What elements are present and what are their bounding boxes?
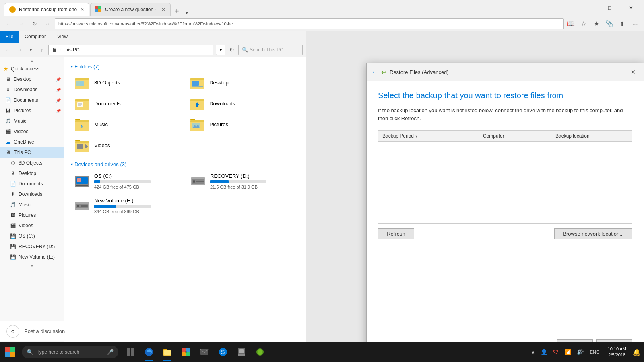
sidebar-item-music[interactable]: 🎵 Music [0, 116, 64, 126]
folder-item-downloads[interactable]: Downloads [186, 94, 299, 113]
app1-button[interactable] [233, 342, 250, 362]
refresh-button[interactable]: Refresh [378, 228, 414, 239]
app2-button[interactable] [251, 342, 269, 362]
browser-tab-2[interactable]: Create a new question · ✕ [90, 3, 171, 16]
explorer-up-btn[interactable]: ↑ [37, 45, 47, 55]
skype-button[interactable]: S [214, 342, 232, 362]
drive-item-os-c[interactable]: OS (C:) 424 GB free of 475 GB [71, 171, 184, 192]
sidebar-item-pictures2[interactable]: 🖼 Pictures [0, 210, 64, 220]
col-header-computer[interactable]: Computer [479, 131, 551, 141]
browser-home-btn[interactable]: ⌂ [42, 18, 53, 29]
explorer-back-btn[interactable]: ← [3, 45, 13, 55]
sidebar-item-downloads[interactable]: ⬇ Downloads 📌 [0, 84, 64, 95]
folder-item-desktop[interactable]: Desktop [186, 73, 299, 92]
scroll-down-arrow[interactable]: ▼ [31, 265, 34, 268]
sidebar-item-this-pc[interactable]: 🖥 This PC [0, 147, 64, 158]
tab-2-close[interactable]: ✕ [161, 7, 165, 12]
svg-rect-55 [164, 350, 171, 355]
sidebar-item-recovery-d[interactable]: 💾 RECOVERY (D:) [0, 241, 64, 252]
ribbon-tab-computer[interactable]: Computer [19, 31, 52, 43]
taskbar-clock[interactable]: 10:10 AM 2/5/2018 [605, 346, 630, 358]
folder-item-documents[interactable]: Documents [71, 94, 184, 113]
col-header-backup-period[interactable]: Backup Period ▾ [378, 131, 479, 141]
scroll-down-area[interactable]: ▼ [0, 264, 64, 269]
edge-icon [144, 348, 153, 356]
svg-rect-51 [127, 352, 130, 356]
start-button[interactable] [0, 342, 20, 362]
tray-network-icon[interactable]: 📶 [563, 349, 573, 355]
videos-icon: 🎬 [5, 128, 11, 135]
scroll-up-area[interactable]: ▲ [0, 59, 64, 64]
bookmark-icon[interactable]: ☆ [578, 18, 589, 29]
tray-volume-icon[interactable]: 🔊 [575, 349, 585, 355]
scroll-up-arrow[interactable]: ▲ [31, 60, 34, 63]
browser-refresh-btn[interactable]: ↻ [29, 18, 40, 29]
folder-item-pictures[interactable]: Pictures [186, 115, 299, 134]
folder-item-3dobjects[interactable]: 3D Objects [71, 73, 184, 92]
file-explorer-button[interactable] [159, 342, 176, 362]
sidebar-item-desktop2[interactable]: 🖥 Desktop [0, 168, 64, 179]
mail-icon [200, 348, 209, 356]
sidebar-item-music2[interactable]: 🎵 Music [0, 200, 64, 210]
store-button[interactable] [177, 342, 195, 362]
sidebar-item-videos2[interactable]: 🎬 Videos [0, 220, 64, 231]
browser-forward-btn[interactable]: → [16, 18, 27, 29]
sidebar-item-downloads2[interactable]: ⬇ Downloads [0, 189, 64, 200]
sidebar-item-documents[interactable]: 📄 Documents 📌 [0, 95, 64, 105]
reader-view-icon[interactable]: 📖 [565, 18, 576, 29]
new-tab-button[interactable]: + [171, 7, 183, 16]
ribbon-tab-file[interactable]: File [0, 31, 19, 43]
tray-eng-label[interactable]: ENG [588, 350, 601, 354]
sidebar-item-documents2[interactable]: 📄 Documents [0, 179, 64, 189]
maximize-button[interactable]: □ [601, 2, 619, 14]
minimize-button[interactable]: — [580, 2, 598, 14]
sidebar-item-new-volume-e[interactable]: 💾 New Volume (E:) [0, 252, 64, 262]
tabs-dropdown[interactable]: ▾ [183, 10, 190, 16]
dialog-back-button[interactable]: ← [372, 68, 378, 76]
sidebar-item-onedrive[interactable]: ☁ OneDrive [0, 137, 64, 147]
taskbar-search-bar[interactable]: 🔍 Type here to search 🎤 [22, 346, 118, 358]
browser-toolbar: ← → ↻ ⌂ https://answers.microsoft.com/en… [0, 16, 644, 31]
explorer-refresh-btn[interactable]: ↻ [227, 45, 237, 55]
taskbar-mic-icon[interactable]: 🎤 [107, 349, 114, 355]
task-view-button[interactable] [122, 342, 139, 362]
tray-antivirus-icon[interactable]: 🛡 [551, 349, 560, 355]
breadcrumb-bar[interactable]: 🖥 › This PC [48, 45, 213, 55]
share-icon[interactable]: ⬆ [617, 18, 628, 29]
more-options-icon[interactable]: ··· [630, 18, 641, 29]
sidebar-item-videos[interactable]: 🎬 Videos [0, 126, 64, 137]
explorer-forward-btn[interactable]: → [14, 45, 24, 55]
sidebar-item-desktop[interactable]: 🖥 Desktop 📌 [0, 74, 64, 84]
sidebar-item-3d-objects[interactable]: ⬡ 3D Objects [0, 158, 64, 168]
folders-chevron: ▾ [71, 64, 73, 69]
collections-icon[interactable]: ★ [591, 18, 602, 29]
post-discussion-text[interactable]: Post a discussion [24, 328, 65, 334]
tray-user-icon[interactable]: 👤 [539, 349, 549, 355]
drive-item-recovery-d[interactable]: RECOVERY (D:) 21.5 GB free of 31.9 GB [187, 171, 299, 192]
folder-item-videos[interactable]: Videos [71, 136, 184, 155]
app2-icon [256, 348, 264, 356]
address-bar[interactable]: https://answers.microsoft.com/en-us/othe… [55, 18, 564, 29]
col-header-backup-location[interactable]: Backup location [551, 131, 632, 141]
ribbon-tab-view[interactable]: View [52, 31, 73, 43]
clip-icon[interactable]: 📎 [604, 18, 615, 29]
sidebar-item-pictures[interactable]: 🖼 Pictures 📌 [0, 105, 64, 116]
drives-section-header[interactable]: ▾ Devices and drives (3) [71, 161, 299, 167]
edge-button[interactable] [140, 342, 158, 362]
close-button[interactable]: ✕ [621, 2, 640, 14]
tab-1-close[interactable]: ✕ [80, 7, 84, 12]
browser-back-btn[interactable]: ← [3, 18, 14, 29]
tray-up-arrow[interactable]: ∧ [529, 349, 537, 355]
mail-button[interactable] [196, 342, 213, 362]
sidebar-item-os-c[interactable]: 💾 OS (C:) [0, 231, 64, 241]
browser-tab-1[interactable]: Restoring backup from one ✕ [4, 3, 89, 16]
explorer-recent-btn[interactable]: ▾ [26, 45, 35, 55]
folders-section-header[interactable]: ▾ Folders (7) [71, 64, 299, 70]
drive-item-new-volume-e[interactable]: New Volume (E:) 344 GB free of 899 GB [71, 195, 184, 216]
dialog-close-button[interactable]: ✕ [627, 66, 639, 78]
browse-network-button[interactable]: Browse network location... [554, 228, 632, 239]
breadcrumb-dropdown[interactable]: ▾ [216, 45, 225, 55]
notification-button[interactable]: 🔔 [633, 348, 641, 356]
folder-item-music[interactable]: ♪ Music [71, 115, 184, 134]
explorer-search-box[interactable]: 🔍 Search This PC [238, 45, 303, 55]
